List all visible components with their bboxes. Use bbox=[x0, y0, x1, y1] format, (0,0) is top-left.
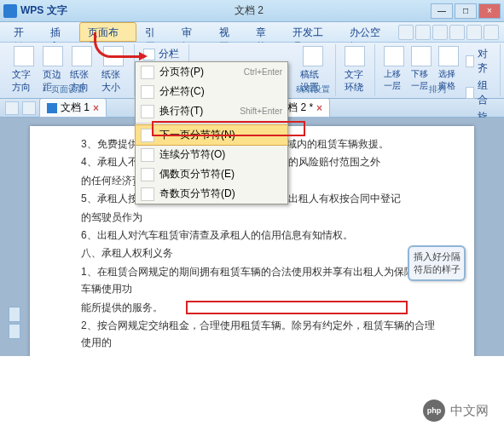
even-page-section-break-item[interactable]: 偶数页分节符(E) bbox=[136, 164, 287, 184]
tab-office-space[interactable]: 办公空间 bbox=[341, 22, 398, 42]
qat-icon[interactable] bbox=[398, 25, 414, 40]
wrap-icon bbox=[345, 46, 365, 66]
close-button[interactable]: × bbox=[478, 3, 501, 19]
text-wrap-button[interactable]: 文字环绕 bbox=[341, 44, 369, 95]
section-break-icon bbox=[141, 129, 154, 142]
text-direction-icon bbox=[14, 46, 34, 66]
section-break-icon bbox=[141, 148, 154, 162]
brand-text: 中文网 bbox=[450, 403, 489, 419]
backward-icon bbox=[411, 46, 432, 66]
group-label: 页面设置 bbox=[3, 83, 134, 95]
tab-view[interactable]: 视图 bbox=[211, 22, 247, 42]
quick-access bbox=[398, 22, 499, 42]
app-icon bbox=[3, 4, 17, 18]
group-label: 稿纸设置 bbox=[292, 83, 335, 95]
brand-logo: php bbox=[423, 400, 445, 422]
tab-page-layout[interactable]: 页面布局 bbox=[79, 22, 136, 42]
tab-start[interactable]: 开始 bbox=[5, 22, 42, 42]
line-break-item[interactable]: 换行符(T)Shift+Enter bbox=[136, 101, 287, 121]
align-icon bbox=[466, 55, 474, 67]
line-break-icon bbox=[141, 105, 154, 118]
columns-button[interactable]: 分栏 bbox=[140, 46, 183, 62]
minimize-button[interactable]: — bbox=[431, 3, 453, 19]
breaks-dropdown: 分页符(P)Ctrl+Enter 分栏符(C) 换行符(T)Shift+Ente… bbox=[135, 61, 288, 204]
qat-icon[interactable] bbox=[466, 25, 482, 40]
margins-icon bbox=[43, 46, 63, 66]
section-break-icon bbox=[141, 187, 154, 201]
nav-forward-button[interactable] bbox=[22, 101, 36, 115]
app-name: WPS 文字 bbox=[20, 3, 67, 18]
align-button[interactable]: 对齐 bbox=[462, 46, 495, 77]
document-tab[interactable]: 文档 1× bbox=[39, 98, 107, 118]
column-break-icon bbox=[141, 85, 154, 99]
qat-icon[interactable] bbox=[484, 25, 499, 40]
selection-icon bbox=[438, 46, 459, 66]
ribbon: 文字方向 页边距 纸张方向 纸张大小 页面设置 分栏 分隔符▾ 分页符(P)Ct… bbox=[0, 43, 504, 99]
tab-review[interactable]: 审阅 bbox=[173, 22, 210, 42]
group-wrap: 文字环绕 bbox=[336, 44, 375, 96]
tab-developer[interactable]: 开发工具 bbox=[284, 22, 341, 42]
tab-references[interactable]: 引用 bbox=[136, 22, 173, 42]
page-indicator bbox=[7, 305, 22, 341]
title-bar: WPS 文字 文档 2 — □ × bbox=[0, 0, 504, 22]
document-title: 文档 2 bbox=[67, 3, 431, 18]
separator bbox=[136, 123, 287, 124]
forward-icon bbox=[384, 46, 404, 66]
tab-insert[interactable]: 插入 bbox=[42, 22, 78, 42]
paper-size-icon bbox=[103, 46, 124, 66]
nav-back-button[interactable] bbox=[5, 101, 19, 115]
annotation-callout: 插入好分隔符后的样子 bbox=[408, 245, 466, 281]
qat-icon[interactable] bbox=[432, 25, 448, 40]
group-arrange: 上移一层 下移一层 选择窗格 对齐 组合 旋转 排列 bbox=[375, 44, 501, 96]
column-break-item[interactable]: 分栏符(C) bbox=[136, 82, 287, 101]
paper-icon bbox=[303, 46, 323, 66]
maximize-button[interactable]: □ bbox=[455, 3, 477, 19]
tab-sections[interactable]: 章节 bbox=[247, 22, 284, 42]
columns-icon bbox=[143, 49, 155, 60]
section-break-icon bbox=[141, 168, 154, 181]
qat-icon[interactable] bbox=[415, 25, 431, 40]
doc-icon bbox=[47, 103, 57, 113]
page-break-item[interactable]: 分页符(P)Ctrl+Enter bbox=[136, 62, 287, 82]
group-page-setup: 文字方向 页边距 纸张方向 纸张大小 页面设置 bbox=[3, 44, 135, 96]
tab-close-icon[interactable]: × bbox=[93, 102, 99, 114]
orientation-icon bbox=[72, 46, 92, 66]
page-break-icon bbox=[141, 66, 154, 79]
group-breaks: 分栏 分隔符▾ 分页符(P)Ctrl+Enter 分栏符(C) 换行符(T)Sh… bbox=[135, 44, 189, 96]
group-paper: 稿纸设置 稿纸设置 bbox=[292, 44, 336, 96]
ribbon-tabs: 开始 插入 页面布局 引用 审阅 视图 章节 开发工具 办公空间 bbox=[0, 22, 504, 43]
odd-page-section-break-item[interactable]: 奇数页分节符(D) bbox=[136, 184, 287, 204]
continuous-section-break-item[interactable]: 连续分节符(O) bbox=[136, 145, 287, 164]
next-page-section-break-item[interactable]: 下一页分节符(N) bbox=[135, 124, 288, 146]
group-label: 排列 bbox=[375, 83, 500, 95]
watermark: php 中文网 bbox=[423, 400, 489, 422]
tab-close-icon[interactable]: × bbox=[316, 102, 322, 114]
qat-icon[interactable] bbox=[449, 25, 465, 40]
